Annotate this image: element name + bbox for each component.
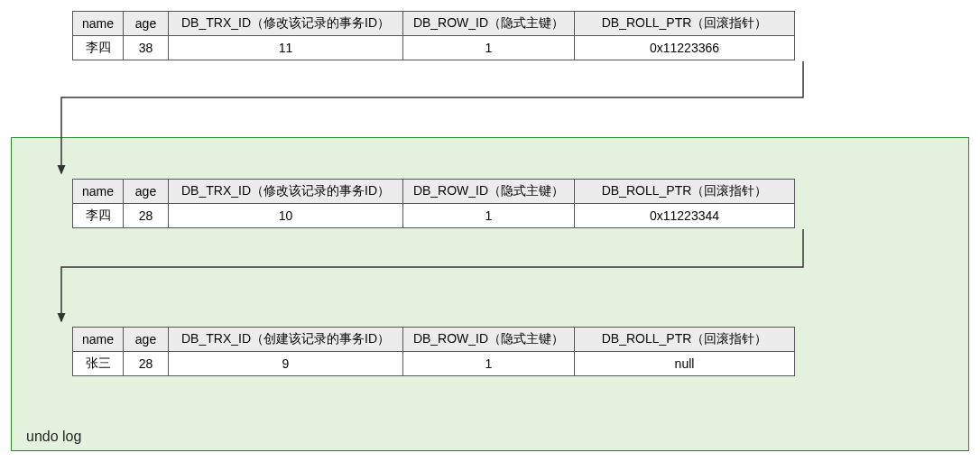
cell-name: 张三 — [73, 352, 124, 376]
record-table-current: name age DB_TRX_ID（修改该记录的事务ID） DB_ROW_ID… — [72, 11, 795, 60]
cell-rollptr: null — [575, 352, 795, 376]
cell-age: 28 — [124, 352, 169, 376]
cell-rowid: 1 — [403, 352, 575, 376]
col-header-trx: DB_TRX_ID（创建该记录的事务ID） — [169, 328, 403, 352]
col-header-age: age — [124, 12, 169, 36]
col-header-trx: DB_TRX_ID（修改该记录的事务ID） — [169, 180, 403, 204]
cell-trx: 11 — [169, 36, 403, 60]
col-header-name: name — [73, 12, 124, 36]
diagram-canvas: undo log name age DB_TRX_ID（修改该记录的事务ID） … — [0, 0, 980, 462]
cell-name: 李四 — [73, 204, 124, 228]
col-header-rowid: DB_ROW_ID（隐式主键） — [403, 328, 575, 352]
col-header-name: name — [73, 180, 124, 204]
table-header-row: name age DB_TRX_ID（创建该记录的事务ID） DB_ROW_ID… — [73, 328, 795, 352]
col-header-rowid: DB_ROW_ID（隐式主键） — [403, 12, 575, 36]
table-header-row: name age DB_TRX_ID（修改该记录的事务ID） DB_ROW_ID… — [73, 12, 795, 36]
col-header-trx: DB_TRX_ID（修改该记录的事务ID） — [169, 12, 403, 36]
col-header-rollptr: DB_ROLL_PTR（回滚指针） — [575, 12, 795, 36]
cell-trx: 9 — [169, 352, 403, 376]
record-table-undo-1: name age DB_TRX_ID（修改该记录的事务ID） DB_ROW_ID… — [72, 179, 795, 228]
col-header-rollptr: DB_ROLL_PTR（回滚指针） — [575, 328, 795, 352]
cell-rowid: 1 — [403, 204, 575, 228]
table-data-row: 李四 28 10 1 0x11223344 — [73, 204, 795, 228]
col-header-rollptr: DB_ROLL_PTR（回滚指针） — [575, 180, 795, 204]
cell-trx: 10 — [169, 204, 403, 228]
undo-log-label: undo log — [26, 429, 81, 445]
record-table-undo-2: name age DB_TRX_ID（创建该记录的事务ID） DB_ROW_ID… — [72, 327, 795, 376]
cell-age: 38 — [124, 36, 169, 60]
cell-rollptr: 0x11223366 — [575, 36, 795, 60]
cell-rollptr: 0x11223344 — [575, 204, 795, 228]
table-data-row: 张三 28 9 1 null — [73, 352, 795, 376]
cell-rowid: 1 — [403, 36, 575, 60]
col-header-age: age — [124, 180, 169, 204]
cell-age: 28 — [124, 204, 169, 228]
table-header-row: name age DB_TRX_ID（修改该记录的事务ID） DB_ROW_ID… — [73, 180, 795, 204]
cell-name: 李四 — [73, 36, 124, 60]
col-header-rowid: DB_ROW_ID（隐式主键） — [403, 180, 575, 204]
table-data-row: 李四 38 11 1 0x11223366 — [73, 36, 795, 60]
col-header-age: age — [124, 328, 169, 352]
col-header-name: name — [73, 328, 124, 352]
